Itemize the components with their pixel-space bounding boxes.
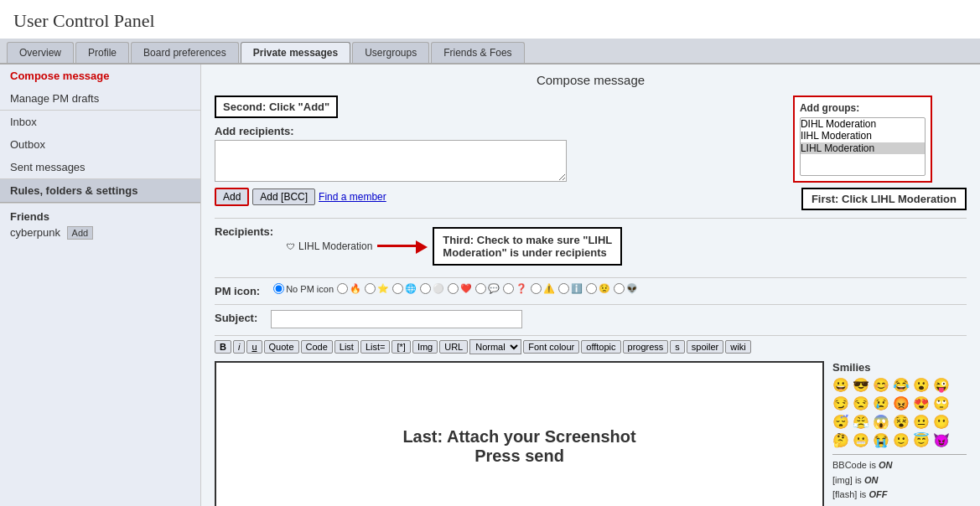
smiley-icon[interactable]: 😇 xyxy=(913,432,930,449)
smiley-icon[interactable]: 😢 xyxy=(873,395,889,412)
pm-icon-warning[interactable]: ⚠️ xyxy=(531,283,555,294)
sidebar-sent-messages[interactable]: Sent messages xyxy=(0,156,200,178)
pm-icon-circle[interactable]: ⚪ xyxy=(420,283,444,294)
add-button[interactable]: Add xyxy=(215,188,249,206)
toolbar-progress[interactable]: progress xyxy=(623,340,669,354)
smiley-icon[interactable]: 😱 xyxy=(873,414,889,431)
pm-icon-star[interactable]: ⭐ xyxy=(365,283,389,294)
editor-wrapper: Last: Attach your Screenshot Press send … xyxy=(215,361,967,506)
smilies-divider xyxy=(832,454,967,455)
smiley-icon[interactable]: 😒 xyxy=(853,395,869,412)
smiley-icon[interactable]: 😴 xyxy=(832,414,849,431)
tab-board-preferences[interactable]: Board preferences xyxy=(131,42,239,63)
divider-3 xyxy=(215,304,967,305)
annotation-third: Third: Check to make sure "LIHL Moderati… xyxy=(433,227,622,266)
pm-icon-globe[interactable]: 🌐 xyxy=(392,283,417,294)
toolbar-quote[interactable]: Quote xyxy=(264,340,299,354)
group-option-dihl[interactable]: DIHL Moderation xyxy=(801,118,925,130)
subject-input[interactable] xyxy=(271,310,522,328)
group-option-iihl[interactable]: IIHL Moderation xyxy=(801,130,925,142)
editor-area[interactable]: Last: Attach your Screenshot Press send xyxy=(215,361,824,506)
smiley-icon[interactable]: 😎 xyxy=(853,377,869,394)
toolbar-wiki[interactable]: wiki xyxy=(725,340,750,354)
toolbar-spoiler[interactable]: spoiler xyxy=(687,340,723,354)
pm-icon-frown[interactable]: 😟 xyxy=(586,283,610,294)
smiley-icon[interactable]: 😤 xyxy=(853,414,869,431)
toolbar-bold[interactable]: B xyxy=(215,340,231,354)
smiley-icon[interactable]: 😍 xyxy=(913,395,930,412)
toolbar-font-colour[interactable]: Font colour xyxy=(523,340,579,354)
smilies-title: Smilies xyxy=(832,361,967,374)
subject-row: Subject: xyxy=(215,310,967,328)
smiley-icon[interactable]: 😀 xyxy=(832,377,849,394)
group-option-lihl[interactable]: LIHL Moderation xyxy=(801,142,925,154)
friend-add-btn[interactable]: Add xyxy=(67,226,94,240)
pm-icon-question[interactable]: ❓ xyxy=(503,283,527,294)
smiley-icon[interactable]: 😶 xyxy=(933,414,950,431)
add-bcc-button[interactable]: Add [BCC] xyxy=(252,188,315,205)
add-groups-box: Add groups: DIHL Moderation IIHL Moderat… xyxy=(793,96,932,183)
smiley-icon[interactable]: 😜 xyxy=(933,377,950,394)
toolbar-offtopic[interactable]: offtopic xyxy=(581,340,620,354)
toolbar-s[interactable]: s xyxy=(670,340,685,354)
pm-icon-row: PM icon: No PM icon 🔥 ⭐ 🌐 ⚪ ❤️ 💬 ❓ ⚠️ ℹ️… xyxy=(215,283,967,297)
recipient-name: LIHL Moderation xyxy=(298,240,372,252)
smiley-icon[interactable]: 😭 xyxy=(873,432,889,449)
pm-icon-alien[interactable]: 👽 xyxy=(614,283,638,294)
page-title: User Control Panel xyxy=(0,0,980,39)
sidebar-compose-message[interactable]: Compose message xyxy=(0,65,200,87)
toolbar-img[interactable]: Img xyxy=(412,340,438,354)
smiley-icon[interactable]: 😈 xyxy=(933,432,950,449)
groups-select[interactable]: DIHL Moderation IIHL Moderation LIHL Mod… xyxy=(800,117,926,176)
bbcode-status: ON xyxy=(879,460,893,470)
smiley-icon[interactable]: 🙂 xyxy=(893,432,910,449)
pm-icon-info[interactable]: ℹ️ xyxy=(558,283,583,294)
toolbar-list-eq[interactable]: List= xyxy=(360,340,391,354)
recipients-label: Recipients: xyxy=(215,224,273,238)
toolbar-listitem[interactable]: [*] xyxy=(391,340,410,354)
add-recipients-label: Add recipients: xyxy=(215,125,567,137)
friends-label: Friends xyxy=(10,210,190,223)
tab-bar: Overview Profile Board preferences Priva… xyxy=(0,39,980,65)
toolbar-list[interactable]: List xyxy=(334,340,359,354)
toolbar-underline[interactable]: u xyxy=(246,340,262,354)
toolbar-italic[interactable]: i xyxy=(233,340,245,354)
recipient-tag: 🛡 LIHL Moderation xyxy=(287,240,372,252)
find-member-link[interactable]: Find a member xyxy=(319,191,386,203)
annotation-second: Second: Click "Add" xyxy=(215,96,338,118)
toolbar-url[interactable]: URL xyxy=(439,340,468,354)
smiley-icon[interactable]: 😊 xyxy=(873,377,889,394)
pm-icon-no-icon[interactable]: No PM icon xyxy=(273,283,334,294)
sidebar-manage-pm-drafts[interactable]: Manage PM drafts xyxy=(0,87,200,110)
tab-usergroups[interactable]: Usergroups xyxy=(352,42,429,63)
smiley-icon[interactable]: 😂 xyxy=(893,377,910,394)
smiley-icon[interactable]: 😡 xyxy=(893,395,910,412)
content-area: Compose message Second: Click "Add" Add … xyxy=(201,65,980,506)
smilies-panel: Smilies 😀😎😊😂😮😜😏😒😢😡😍🙄😴😤😱😵😐😶🤔😬😭🙂😇😈 BBCode … xyxy=(832,361,967,506)
pm-icon-heart[interactable]: ❤️ xyxy=(448,283,472,294)
smiley-icon[interactable]: 😮 xyxy=(913,377,930,394)
recipients-section: Second: Click "Add" Add recipients: Add … xyxy=(215,96,967,213)
tab-private-messages[interactable]: Private messages xyxy=(241,42,350,63)
friend-name: cyberpunk xyxy=(10,226,60,239)
tab-overview[interactable]: Overview xyxy=(7,42,74,63)
bbcode-info: BBCode is ON [img] is ON [flash] is OFF … xyxy=(832,458,967,506)
smiley-icon[interactable]: 😏 xyxy=(832,395,849,412)
recipients-textarea[interactable] xyxy=(215,140,567,182)
tab-friends-foes[interactable]: Friends & Foes xyxy=(431,42,524,63)
smiley-icon[interactable]: 🤔 xyxy=(832,432,849,449)
pm-icon-flame[interactable]: 🔥 xyxy=(337,283,361,294)
smiley-icon[interactable]: 😐 xyxy=(913,414,930,431)
smiley-icon[interactable]: 😬 xyxy=(853,432,869,449)
smiley-icon[interactable]: 🙄 xyxy=(933,395,950,412)
toolbar-normal-select[interactable]: Normal xyxy=(469,339,521,354)
toolbar-code[interactable]: Code xyxy=(301,340,333,354)
pm-icon-speech[interactable]: 💬 xyxy=(475,283,500,294)
sidebar-inbox[interactable]: Inbox xyxy=(0,111,200,133)
smiley-icon[interactable]: 😵 xyxy=(893,414,910,431)
pm-icon-label: PM icon: xyxy=(215,283,260,297)
sidebar-outbox[interactable]: Outbox xyxy=(0,133,200,156)
tab-profile[interactable]: Profile xyxy=(75,42,129,63)
flash-status: OFF xyxy=(869,489,887,499)
smilies-grid: 😀😎😊😂😮😜😏😒😢😡😍🙄😴😤😱😵😐😶🤔😬😭🙂😇😈 xyxy=(832,377,967,449)
